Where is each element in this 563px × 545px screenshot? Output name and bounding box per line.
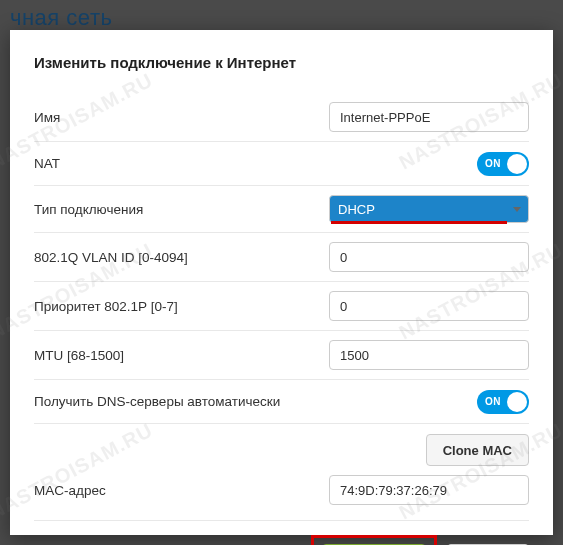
row-vlan-id: 802.1Q VLAN ID [0-4094]: [34, 233, 529, 282]
edit-connection-modal: Изменить подключение к Интернет Имя NAT …: [10, 30, 553, 535]
conn-type-label: Тип подключения: [34, 202, 329, 217]
row-priority: Приоритет 802.1P [0-7]: [34, 282, 529, 331]
conn-type-select[interactable]: DHCP: [329, 195, 529, 223]
row-mac: MAC-адрес: [34, 466, 529, 514]
mac-input[interactable]: [329, 475, 529, 505]
mtu-input[interactable]: [329, 340, 529, 370]
modal-footer: Сохранить Отмена: [34, 520, 529, 545]
nat-toggle[interactable]: ON: [477, 152, 529, 176]
modal-title: Изменить подключение к Интернет: [34, 54, 529, 71]
row-nat: NAT ON: [34, 142, 529, 186]
mac-label: MAC-адрес: [34, 483, 329, 498]
priority-input[interactable]: [329, 291, 529, 321]
toggle-knob: [507, 392, 527, 412]
backdrop-title: чная сеть: [10, 5, 112, 31]
name-label: Имя: [34, 110, 329, 125]
dns-auto-label: Получить DNS-серверы автоматически: [34, 394, 329, 409]
row-dns-auto: Получить DNS-серверы автоматически ON: [34, 380, 529, 424]
vlan-id-input[interactable]: [329, 242, 529, 272]
dns-auto-toggle[interactable]: ON: [477, 390, 529, 414]
row-conn-type: Тип подключения DHCP: [34, 186, 529, 233]
priority-label: Приоритет 802.1P [0-7]: [34, 299, 329, 314]
row-mtu: MTU [68-1500]: [34, 331, 529, 380]
toggle-on-text: ON: [485, 396, 501, 407]
vlan-id-label: 802.1Q VLAN ID [0-4094]: [34, 250, 329, 265]
name-input[interactable]: [329, 102, 529, 132]
toggle-knob: [507, 154, 527, 174]
row-name: Имя: [34, 93, 529, 142]
highlight-underline: [331, 221, 507, 224]
mtu-label: MTU [68-1500]: [34, 348, 329, 363]
nat-label: NAT: [34, 156, 329, 171]
clone-mac-button[interactable]: Clone MAC: [426, 434, 529, 466]
row-clone-mac: Clone MAC: [34, 424, 529, 466]
save-highlight-box: Сохранить: [311, 535, 437, 545]
toggle-on-text: ON: [485, 158, 501, 169]
